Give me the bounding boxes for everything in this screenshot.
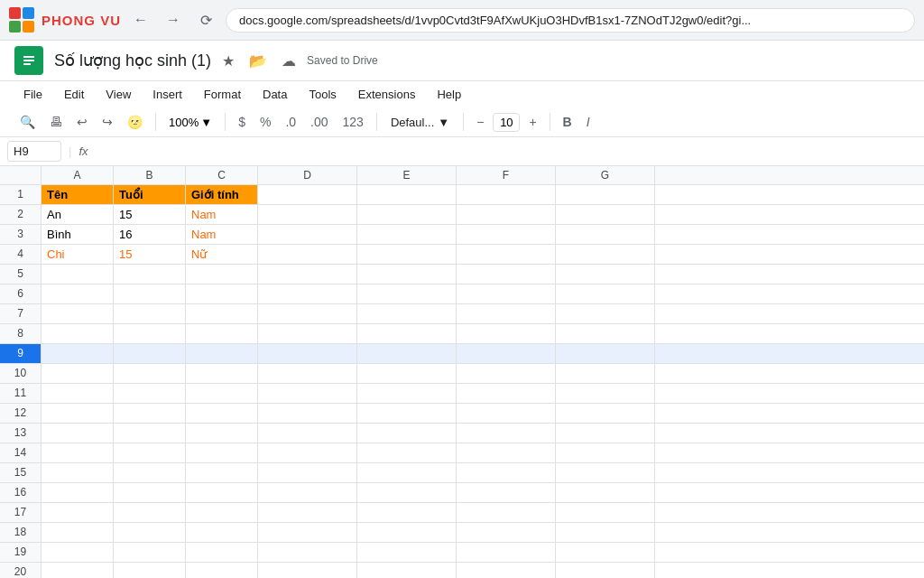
cell-b4[interactable]: 15: [114, 245, 186, 264]
cell-d5[interactable]: [258, 265, 357, 284]
search-button[interactable]: 🔍: [14, 111, 41, 133]
cell-b15[interactable]: [114, 463, 186, 482]
cell-f14[interactable]: [457, 443, 556, 462]
cell-g18[interactable]: [556, 523, 655, 542]
zoom-control[interactable]: 100% ▼: [163, 112, 217, 133]
cell-b19[interactable]: [114, 543, 186, 562]
cell-e17[interactable]: [357, 503, 457, 522]
cell-e7[interactable]: [357, 304, 457, 323]
cell-a16[interactable]: [42, 483, 114, 502]
cell-c1[interactable]: Giới tính: [186, 185, 258, 204]
cell-b14[interactable]: [114, 443, 186, 462]
cell-g5[interactable]: [556, 265, 655, 284]
cell-d4[interactable]: [258, 245, 357, 264]
cell-d8[interactable]: [258, 324, 357, 343]
cell-address-input[interactable]: [7, 141, 61, 162]
cell-g9[interactable]: [556, 344, 655, 363]
col-header-d[interactable]: D: [258, 166, 357, 184]
cell-d2[interactable]: [258, 205, 357, 224]
cell-c18[interactable]: [186, 523, 258, 542]
cell-g12[interactable]: [556, 404, 655, 423]
cell-d10[interactable]: [258, 364, 357, 383]
cell-d6[interactable]: [258, 284, 357, 303]
cell-g7[interactable]: [556, 304, 655, 323]
cell-b16[interactable]: [114, 483, 186, 502]
font-size-increase-button[interactable]: +: [523, 111, 541, 133]
cell-e11[interactable]: [357, 384, 457, 403]
menu-view[interactable]: View: [97, 83, 140, 106]
cell-c8[interactable]: [186, 324, 258, 343]
cell-e15[interactable]: [357, 463, 457, 482]
cell-d14[interactable]: [258, 443, 357, 462]
cell-e5[interactable]: [357, 265, 457, 284]
cell-d18[interactable]: [258, 523, 357, 542]
cell-f16[interactable]: [457, 483, 556, 502]
cell-b2[interactable]: 15: [114, 205, 186, 224]
cell-g11[interactable]: [556, 384, 655, 403]
menu-help[interactable]: Help: [428, 83, 470, 106]
cell-e18[interactable]: [357, 523, 457, 542]
currency-button[interactable]: $: [233, 111, 251, 133]
menu-tools[interactable]: Tools: [300, 83, 345, 106]
font-size-decrease-button[interactable]: −: [471, 111, 489, 133]
cell-f5[interactable]: [457, 265, 556, 284]
cell-f11[interactable]: [457, 384, 556, 403]
cell-f6[interactable]: [457, 284, 556, 303]
cell-a13[interactable]: [42, 424, 114, 443]
cell-d16[interactable]: [258, 483, 357, 502]
cell-a1[interactable]: Tên: [42, 185, 114, 204]
cell-c2[interactable]: Nam: [186, 205, 258, 224]
cell-b18[interactable]: [114, 523, 186, 542]
cell-d13[interactable]: [258, 424, 357, 443]
cell-f8[interactable]: [457, 324, 556, 343]
cell-e13[interactable]: [357, 424, 457, 443]
cell-e1[interactable]: [357, 185, 457, 204]
cell-g4[interactable]: [556, 245, 655, 264]
cell-e6[interactable]: [357, 284, 457, 303]
cell-e12[interactable]: [357, 404, 457, 423]
cell-g20[interactable]: [556, 563, 655, 578]
cell-d1[interactable]: [258, 185, 357, 204]
cell-c12[interactable]: [186, 404, 258, 423]
cell-e20[interactable]: [357, 563, 457, 578]
decimal-decrease-button[interactable]: .0: [280, 111, 301, 133]
font-size-input[interactable]: [493, 113, 520, 132]
cell-b12[interactable]: [114, 404, 186, 423]
cell-f18[interactable]: [457, 523, 556, 542]
cell-b5[interactable]: [114, 265, 186, 284]
cell-a14[interactable]: [42, 443, 114, 462]
cell-b17[interactable]: [114, 503, 186, 522]
cell-a3[interactable]: Bình: [42, 225, 114, 244]
cell-b1[interactable]: Tuổi: [114, 185, 186, 204]
cell-b3[interactable]: 16: [114, 225, 186, 244]
reload-button[interactable]: ⟳: [193, 7, 218, 33]
menu-extensions[interactable]: Extensions: [349, 83, 425, 106]
cell-c7[interactable]: [186, 304, 258, 323]
print-button[interactable]: 🖶: [44, 111, 68, 133]
cell-g6[interactable]: [556, 284, 655, 303]
cell-g13[interactable]: [556, 424, 655, 443]
cell-a12[interactable]: [42, 404, 114, 423]
cell-b20[interactable]: [114, 563, 186, 578]
cell-f15[interactable]: [457, 463, 556, 482]
address-bar[interactable]: docs.google.com/spreadsheets/d/1vvp0Cvtd…: [226, 8, 915, 33]
cell-a8[interactable]: [42, 324, 114, 343]
cell-b11[interactable]: [114, 384, 186, 403]
cell-b13[interactable]: [114, 424, 186, 443]
italic-button[interactable]: I: [581, 111, 596, 133]
cell-e19[interactable]: [357, 543, 457, 562]
redo-button[interactable]: ↪: [97, 111, 118, 133]
cell-g14[interactable]: [556, 443, 655, 462]
cell-b10[interactable]: [114, 364, 186, 383]
cell-e14[interactable]: [357, 443, 457, 462]
cell-e16[interactable]: [357, 483, 457, 502]
col-header-g[interactable]: G: [556, 166, 655, 184]
cell-g1[interactable]: [556, 185, 655, 204]
cell-f10[interactable]: [457, 364, 556, 383]
cell-c14[interactable]: [186, 443, 258, 462]
cell-f20[interactable]: [457, 563, 556, 578]
cell-d15[interactable]: [258, 463, 357, 482]
cell-c17[interactable]: [186, 503, 258, 522]
cell-c15[interactable]: [186, 463, 258, 482]
cell-c11[interactable]: [186, 384, 258, 403]
